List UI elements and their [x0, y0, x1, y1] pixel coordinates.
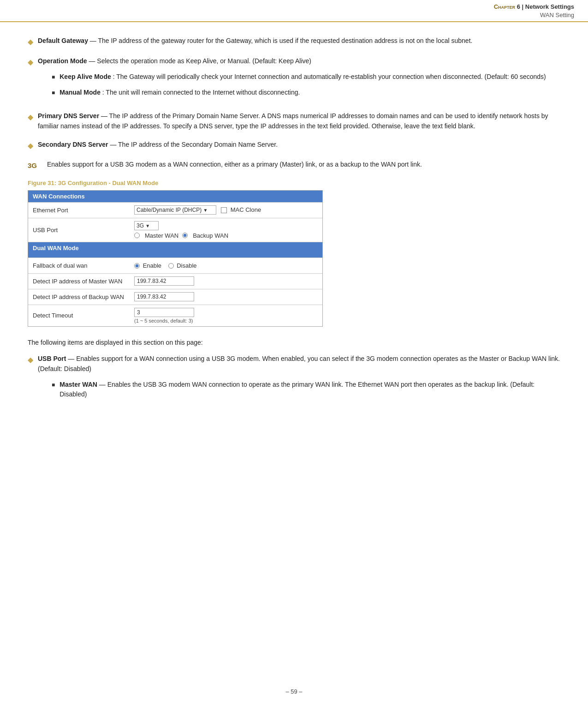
operation-mode-item: ◆ Operation Mode — Selects the operation…	[28, 56, 560, 103]
usb-port-row-inner: 3G ▼	[134, 221, 318, 230]
square-bullet-icon-3: ■	[52, 381, 55, 389]
keep-alive-desc: : The Gateway will periodically check yo…	[113, 73, 546, 80]
diamond-icon-5: ◆	[28, 354, 33, 366]
detect-timeout-row: Detect Timeout 3 (1 ~ 5 seconds, default…	[28, 305, 322, 326]
fallback-disable-radio[interactable]	[168, 263, 174, 269]
fallback-label: Fallback of dual wan	[28, 259, 130, 272]
master-wan-radio[interactable]	[134, 233, 140, 238]
secondary-dns-text: Secondary DNS Server — The IP address of…	[38, 140, 560, 150]
ethernet-port-value: Cable/Dynamic IP (DHCP) ▼ MAC Clone	[130, 203, 322, 217]
usb-select[interactable]: 3G ▼	[134, 221, 159, 230]
diamond-icon: ◆	[28, 36, 33, 48]
keep-alive-sub-item: ■ Keep Alive Mode : The Gateway will per…	[52, 72, 560, 82]
master-wan-sub-desc: — Enables the USB 3G modem WAN connectio…	[59, 381, 535, 398]
usb-port-bullet-text: USB Port — Enables support for a WAN con…	[38, 354, 560, 405]
usb-port-bullet-label: USB Port	[38, 355, 66, 362]
manual-mode-desc: : The unit will remain connected to the …	[102, 89, 300, 96]
detect-master-wan-label: Detect IP address of Master WAN	[28, 275, 130, 288]
following-text: The following items are displayed in thi…	[28, 338, 560, 348]
fallback-value: Enable Disable	[130, 259, 322, 272]
master-wan-sub-text: Master WAN — Enables the USB 3G modem WA…	[59, 380, 560, 400]
backup-wan-radio[interactable]	[182, 233, 188, 238]
detect-master-wan-row: Detect IP address of Master WAN 199.7.83…	[28, 273, 322, 289]
master-wan-sub-label: Master WAN	[59, 381, 97, 388]
secondary-dns-desc: — The IP address of the Secondary Domain…	[110, 141, 278, 148]
usb-port-bullet-desc: — Enables support for a WAN connection u…	[38, 355, 560, 372]
fallback-row: Fallback of dual wan Enable Disable	[28, 258, 322, 273]
manual-mode-label: Manual Mode	[59, 89, 101, 96]
chapter-number: 6	[517, 3, 520, 10]
operation-mode-label: Operation Mode	[38, 57, 87, 65]
square-bullet-icon-2: ■	[52, 89, 55, 97]
detect-timeout-hint: (1 ~ 5 seconds, default: 3)	[134, 318, 318, 324]
mac-clone-checkbox[interactable]	[221, 207, 227, 213]
operation-mode-desc: — Selects the operation mode as Keep Ali…	[89, 57, 311, 65]
detect-timeout-value: 3 (1 ~ 5 seconds, default: 3)	[130, 305, 322, 326]
default-gateway-item: ◆ Default Gateway — The IP address of th…	[28, 36, 560, 48]
fallback-enable-radio[interactable]	[134, 263, 140, 269]
usb-port-row: USB Port 3G ▼ Master WAN Backup WAN	[28, 218, 322, 242]
figure-caption: Figure 31: 3G Configuration - Dual WAN M…	[28, 180, 560, 186]
usb-port-value: 3G ▼ Master WAN Backup WAN	[130, 218, 322, 242]
header-section: WAN Setting	[494, 11, 574, 19]
detect-backup-wan-input[interactable]: 199.7.83.42	[134, 292, 194, 301]
manual-mode-sub-item: ■ Manual Mode : The unit will remain con…	[52, 88, 560, 98]
fallback-enable-label: Enable	[143, 262, 161, 269]
dropdown-arrow-icon: ▼	[203, 208, 208, 213]
default-gateway-label: Default Gateway	[38, 37, 88, 44]
primary-dns-desc: — The IP address of the Primary Domain N…	[38, 112, 548, 130]
master-wan-sub-item: ■ Master WAN — Enables the USB 3G modem …	[52, 380, 560, 400]
default-gateway-desc: — The IP address of the gateway router f…	[90, 37, 473, 44]
ethernet-port-row: Ethernet Port Cable/Dynamic IP (DHCP) ▼ …	[28, 202, 322, 218]
wan-connections-table: WAN Connections Ethernet Port Cable/Dyna…	[28, 190, 323, 327]
fallback-disable-label: Disable	[177, 262, 196, 269]
main-content: ◆ Default Gateway — The IP address of th…	[0, 22, 588, 432]
default-gateway-text: Default Gateway — The IP address of the …	[38, 36, 560, 46]
keep-alive-text: Keep Alive Mode : The Gateway will perio…	[59, 72, 560, 82]
usb-radio-group: Master WAN Backup WAN	[134, 232, 318, 239]
label-3g: 3G	[28, 160, 42, 171]
detect-backup-wan-label: Detect IP address of Backup WAN	[28, 291, 130, 303]
page-header: Chapter 6 | Network Settings WAN Setting	[0, 0, 588, 22]
usb-port-label: USB Port	[28, 224, 130, 236]
manual-mode-text: Manual Mode : The unit will remain conne…	[59, 88, 560, 98]
detect-timeout-input[interactable]: 3	[134, 308, 194, 317]
chapter-topic: Network Settings	[525, 3, 574, 10]
detect-backup-wan-row: Detect IP address of Backup WAN 199.7.83…	[28, 289, 322, 305]
primary-dns-label: Primary DNS Server	[38, 112, 99, 120]
secondary-dns-label: Secondary DNS Server	[38, 141, 108, 148]
chapter-separator: |	[522, 3, 524, 10]
header-chapter: Chapter 6 | Network Settings	[494, 3, 574, 11]
diamond-icon-3: ◆	[28, 112, 33, 123]
diamond-icon-4: ◆	[28, 140, 33, 152]
ethernet-port-label: Ethernet Port	[28, 204, 130, 216]
dual-wan-mode-header: Dual WAN Mode	[28, 242, 322, 258]
master-wan-radio-label: Master WAN	[145, 232, 178, 239]
diamond-icon-2: ◆	[28, 57, 33, 68]
primary-dns-item: ◆ Primary DNS Server — The IP address of…	[28, 111, 560, 131]
backup-wan-radio-label: Backup WAN	[193, 232, 228, 239]
wan-connections-header: WAN Connections	[28, 191, 322, 202]
section-3g: 3G Enables support for a USB 3G modem as…	[28, 160, 560, 171]
secondary-dns-item: ◆ Secondary DNS Server — The IP address …	[28, 140, 560, 152]
header-right: Chapter 6 | Network Settings WAN Setting	[494, 3, 574, 19]
ethernet-select[interactable]: Cable/Dynamic IP (DHCP) ▼	[134, 205, 216, 215]
detect-timeout-label: Detect Timeout	[28, 309, 130, 322]
detect-backup-wan-value: 199.7.83.42	[130, 289, 322, 304]
usb-port-bullet-item: ◆ USB Port — Enables support for a WAN c…	[28, 354, 560, 405]
page-number: – 59 –	[0, 683, 588, 702]
detect-master-wan-input[interactable]: 199.7.83.42	[134, 276, 194, 286]
mac-clone-label: MAC Clone	[231, 206, 261, 213]
dropdown-arrow-icon-2: ▼	[145, 223, 150, 228]
operation-mode-text: Operation Mode — Selects the operation m…	[38, 56, 560, 103]
chapter-label: Chapter	[494, 3, 515, 10]
detect-master-wan-value: 199.7.83.42	[130, 274, 322, 288]
primary-dns-text: Primary DNS Server — The IP address of t…	[38, 111, 560, 131]
section-3g-text: Enables support for a USB 3G modem as a …	[47, 160, 560, 170]
square-bullet-icon: ■	[52, 73, 55, 82]
keep-alive-label: Keep Alive Mode	[59, 73, 111, 80]
